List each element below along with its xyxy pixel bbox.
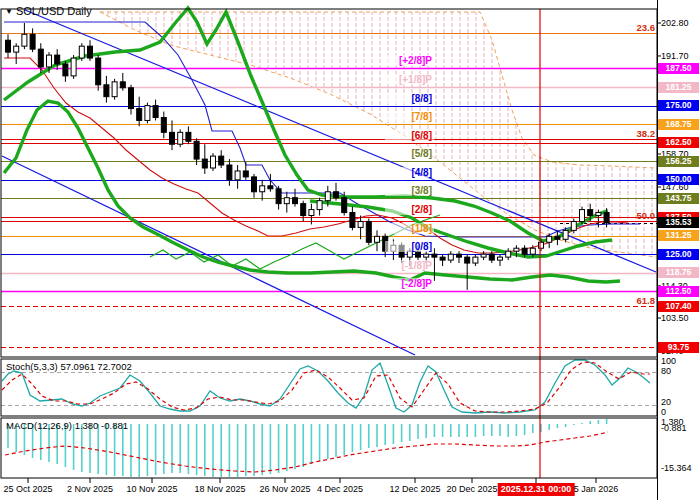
candle-body xyxy=(194,141,199,159)
candle-body xyxy=(55,55,60,64)
candle-body xyxy=(120,82,125,88)
stoch-axis-label: 80 xyxy=(661,366,671,376)
candle-body xyxy=(227,165,232,180)
candle-body xyxy=(104,85,109,97)
price-badge: 150.00 xyxy=(658,174,699,185)
candle-body xyxy=(284,198,289,204)
candle-body xyxy=(88,46,93,58)
price-badge: 168.75 xyxy=(658,119,699,130)
murrey-label: [2/8] xyxy=(385,204,434,215)
candle-body xyxy=(440,257,445,260)
date-label-highlighted: 2025.12.31 00:00 xyxy=(498,483,575,496)
date-label: 26 Nov 2025 xyxy=(259,484,310,494)
candle-body xyxy=(186,132,191,141)
candle-body xyxy=(79,46,84,58)
candle-body xyxy=(243,171,248,177)
candle-body xyxy=(604,213,609,223)
candle-body xyxy=(334,192,339,198)
candle-body xyxy=(448,254,453,260)
fib-label: 23.6 xyxy=(615,22,655,33)
candle-body xyxy=(489,254,494,260)
price-badge: 143.75 xyxy=(658,193,699,204)
date-label: 10 Nov 2025 xyxy=(126,484,177,494)
candle-body xyxy=(293,198,298,204)
candle-body xyxy=(530,248,535,254)
price-badge: 175.00 xyxy=(658,100,699,111)
macd-indicator-label: MACD(12,26,9) 1.380 -0.881 xyxy=(6,420,128,431)
candle-body xyxy=(14,46,19,52)
date-label: 4 Dec 2025 xyxy=(317,484,363,494)
price-badge: 107.40 xyxy=(658,301,699,312)
candle-body xyxy=(6,40,11,52)
candle-body xyxy=(268,186,273,189)
murrey-label: [8/8] xyxy=(385,93,434,104)
candle-body xyxy=(170,132,175,144)
candle-body xyxy=(129,88,134,109)
price-tick-label: 202.80 xyxy=(661,18,689,28)
candle-body xyxy=(555,236,560,239)
candle-body xyxy=(596,213,601,216)
fib-label: 61.8 xyxy=(615,295,655,306)
candle-body xyxy=(137,109,142,121)
candle-body xyxy=(178,132,183,144)
candle-body xyxy=(211,156,216,168)
price-badge: 135.53 xyxy=(658,217,699,228)
murrey-label: [1/8] xyxy=(385,223,434,234)
candle-body xyxy=(202,159,207,168)
price-badge: 131.25 xyxy=(658,230,699,241)
candle-body xyxy=(432,254,437,257)
candle-body xyxy=(588,210,593,216)
murrey-label: [-2/8]P xyxy=(385,278,434,289)
candle-body xyxy=(571,221,576,230)
candle-body xyxy=(260,186,265,192)
stoch-axis-label: 100 xyxy=(661,356,676,366)
price-badge: 93.75 xyxy=(658,342,699,353)
candle-body xyxy=(522,248,527,254)
stoch-axis-label: 0 xyxy=(661,407,666,417)
price-badge: 156.25 xyxy=(658,156,699,167)
murrey-label: [6/8] xyxy=(385,130,434,141)
stoch-indicator-label: Stoch(5,3,3) 57.0961 72.7002 xyxy=(6,361,132,372)
price-badge: 118.75 xyxy=(658,267,699,278)
candle-body xyxy=(30,34,35,49)
candle-body xyxy=(580,210,585,222)
macd-axis-label: -15.364 xyxy=(661,463,692,473)
murrey-label: [3/8] xyxy=(385,185,434,196)
murrey-label: [5/8] xyxy=(385,148,434,159)
candle-body xyxy=(457,254,462,257)
price-badge: 112.50 xyxy=(658,286,699,297)
symbol-title-bar[interactable]: ▼SOL/USD Daily xyxy=(5,5,92,17)
murrey-label: [+2/8]P xyxy=(385,55,434,66)
candle-body xyxy=(252,177,257,192)
fib-label: 38.2 xyxy=(615,128,655,139)
fib-label: 50.0 xyxy=(615,210,655,221)
candle-body xyxy=(358,221,363,227)
murrey-label: [0/8] xyxy=(385,241,434,252)
stoch-axis-label: 20 xyxy=(661,397,671,407)
murrey-label: [+1/8]P xyxy=(385,74,434,85)
candle-body xyxy=(350,213,355,228)
price-tick-label: 191.70 xyxy=(661,51,689,61)
candle-body xyxy=(506,251,511,257)
price-badge: 181.25 xyxy=(658,82,699,93)
candle-body xyxy=(514,248,519,251)
candle-body xyxy=(424,254,429,257)
date-label: 5 Jan 2026 xyxy=(574,484,619,494)
candle-body xyxy=(112,82,117,97)
date-label: 20 Dec 2025 xyxy=(446,484,497,494)
date-label: 2 Nov 2025 xyxy=(67,484,113,494)
candle-body xyxy=(325,192,330,201)
candle-body xyxy=(47,55,52,67)
murrey-label: [-1/8]P xyxy=(385,260,434,271)
chart-window: ▼SOL/USD Daily Stoch(5,3,3) 57.0961 72.7… xyxy=(0,0,700,500)
symbol-title: SOL/USD Daily xyxy=(16,5,92,17)
candle-body xyxy=(465,257,470,263)
trendline xyxy=(2,156,415,355)
price-badge: 162.50 xyxy=(658,137,699,148)
chevron-down-icon[interactable]: ▼ xyxy=(5,7,13,16)
candle-body xyxy=(96,58,101,85)
candle-body xyxy=(301,204,306,216)
murrey-label: [4/8] xyxy=(385,167,434,178)
candle-body xyxy=(473,257,478,263)
candle-body xyxy=(161,117,166,132)
